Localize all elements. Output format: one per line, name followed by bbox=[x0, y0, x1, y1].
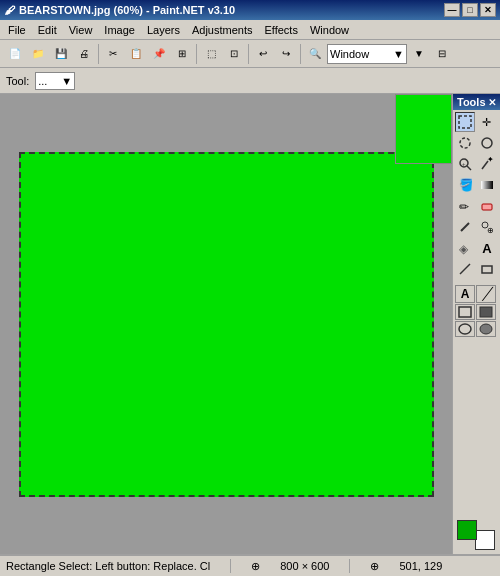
shape-style2-btn[interactable] bbox=[476, 321, 496, 337]
svg-rect-10 bbox=[481, 181, 493, 189]
svg-text:⊕: ⊕ bbox=[487, 226, 494, 234]
svg-text:◈: ◈ bbox=[459, 242, 469, 255]
svg-rect-0 bbox=[459, 116, 471, 128]
maximize-button[interactable]: □ bbox=[462, 3, 478, 17]
tool-options-dropdown[interactable]: ... ▼ bbox=[35, 72, 75, 90]
tool-label: Tool: bbox=[6, 75, 29, 87]
tools-title-label: Tools bbox=[457, 96, 486, 108]
tool-rect-select[interactable] bbox=[455, 112, 475, 132]
close-button[interactable]: ✕ bbox=[480, 3, 496, 17]
bottom-tools: A ╱ bbox=[453, 283, 500, 340]
text-tool-row: A ╱ bbox=[455, 285, 498, 303]
image-thumbnail bbox=[395, 94, 452, 164]
tool-status-text: Rectangle Select: Left button: Replace. … bbox=[6, 560, 210, 572]
tb-sep1 bbox=[98, 44, 99, 64]
svg-text:✛: ✛ bbox=[482, 116, 491, 128]
svg-text:+: + bbox=[462, 161, 466, 167]
tool-text[interactable]: A bbox=[477, 238, 497, 258]
tool-move[interactable]: ✛ bbox=[477, 112, 497, 132]
background-color-swatch[interactable] bbox=[475, 530, 495, 550]
menu-window[interactable]: Window bbox=[304, 22, 355, 38]
main-canvas[interactable] bbox=[19, 152, 434, 497]
cut-button[interactable]: ✂ bbox=[102, 43, 124, 65]
menu-adjustments[interactable]: Adjustments bbox=[186, 22, 259, 38]
svg-rect-21 bbox=[480, 307, 492, 317]
svg-point-23 bbox=[480, 324, 492, 334]
tool-pencil[interactable] bbox=[455, 217, 475, 237]
tool-ellipse-select[interactable] bbox=[477, 133, 497, 153]
shape-filled-btn[interactable] bbox=[476, 304, 496, 320]
tool-options-bar: Tool: ... ▼ bbox=[0, 68, 500, 94]
tool-paintbrush[interactable]: ✏ bbox=[455, 196, 475, 216]
open-button[interactable]: 📁 bbox=[27, 43, 49, 65]
tools-panel: Tools ✕ ✛ + ✦ bbox=[452, 94, 500, 554]
paste-button[interactable]: 📌 bbox=[148, 43, 170, 65]
tool-line[interactable] bbox=[455, 259, 475, 279]
menubar: File Edit View Image Layers Adjustments … bbox=[0, 20, 500, 40]
statusbar: Rectangle Select: Left button: Replace. … bbox=[0, 554, 500, 576]
titlebar-left: 🖌 BEARSTOWN.jpg (60%) - Paint.NET v3.10 bbox=[4, 4, 235, 16]
tool-recolor[interactable]: ◈ bbox=[455, 238, 475, 258]
svg-text:🪣: 🪣 bbox=[459, 178, 472, 192]
color-area bbox=[453, 512, 500, 554]
tools-grid: ✛ + ✦ 🪣 ✏ bbox=[453, 110, 500, 281]
workspace: Tools ✕ ✛ + ✦ bbox=[0, 94, 500, 554]
foreground-color-swatch[interactable] bbox=[457, 520, 477, 540]
canvas-area[interactable] bbox=[0, 94, 452, 554]
tool-gradient[interactable] bbox=[477, 175, 497, 195]
tb-sep3 bbox=[248, 44, 249, 64]
tool-lasso[interactable] bbox=[455, 133, 475, 153]
shape-style-row bbox=[455, 321, 498, 337]
menu-layers[interactable]: Layers bbox=[141, 22, 186, 38]
text-tool-a[interactable]: A bbox=[455, 285, 475, 303]
window-list-button[interactable]: ▼ bbox=[408, 43, 430, 65]
text-tool-italic[interactable]: ╱ bbox=[476, 285, 496, 303]
window-select-value: Window bbox=[330, 48, 369, 60]
new-button[interactable]: 📄 bbox=[4, 43, 26, 65]
tools-panel-title: Tools ✕ bbox=[453, 94, 500, 110]
svg-text:✏: ✏ bbox=[459, 200, 469, 213]
menu-effects[interactable]: Effects bbox=[259, 22, 304, 38]
status-sep2 bbox=[349, 559, 350, 573]
tb-sep4 bbox=[300, 44, 301, 64]
crop-button[interactable]: ⊡ bbox=[223, 43, 245, 65]
undo-button[interactable]: ↩ bbox=[252, 43, 274, 65]
shape-fill-row bbox=[455, 304, 498, 320]
print-button[interactable]: 🖨 bbox=[73, 43, 95, 65]
tb-sep2 bbox=[196, 44, 197, 64]
coords-icon: ⊕ bbox=[370, 560, 379, 573]
shape-outline-btn[interactable] bbox=[455, 304, 475, 320]
menu-file[interactable]: File bbox=[2, 22, 32, 38]
tool-clone-stamp[interactable]: ⊕ bbox=[477, 217, 497, 237]
titlebar: 🖌 BEARSTOWN.jpg (60%) - Paint.NET v3.10 … bbox=[0, 0, 500, 20]
deselect-button[interactable]: ⬚ bbox=[200, 43, 222, 65]
status-sep1 bbox=[230, 559, 231, 573]
window-dropdown-arrow: ▼ bbox=[393, 48, 404, 60]
color-swatches bbox=[457, 520, 495, 550]
tools-close-icon[interactable]: ✕ bbox=[488, 97, 496, 108]
cursor-icon: ⊕ bbox=[251, 560, 260, 573]
tool-zoom[interactable]: + bbox=[455, 154, 475, 174]
canvas-dimensions: 800 × 600 bbox=[280, 560, 329, 572]
app-icon: 🖌 bbox=[4, 4, 15, 16]
minimize-button[interactable]: — bbox=[444, 3, 460, 17]
menu-image[interactable]: Image bbox=[98, 22, 141, 38]
menu-edit[interactable]: Edit bbox=[32, 22, 63, 38]
tool-paint-bucket[interactable]: 🪣 bbox=[455, 175, 475, 195]
canvas-container bbox=[19, 152, 434, 497]
zoom-in-button[interactable]: 🔍 bbox=[304, 43, 326, 65]
save-button[interactable]: 💾 bbox=[50, 43, 72, 65]
svg-point-2 bbox=[460, 138, 470, 148]
tool-eraser[interactable] bbox=[477, 196, 497, 216]
window-select[interactable]: Window ▼ bbox=[327, 44, 407, 64]
copy-button[interactable]: 📋 bbox=[125, 43, 147, 65]
paste-new-button[interactable]: ⊞ bbox=[171, 43, 193, 65]
tool-magic-wand[interactable]: ✦ bbox=[477, 154, 497, 174]
tool-options-arrow: ▼ bbox=[61, 75, 72, 87]
window-action-button[interactable]: ⊟ bbox=[431, 43, 453, 65]
menu-view[interactable]: View bbox=[63, 22, 99, 38]
shape-style1-btn[interactable] bbox=[455, 321, 475, 337]
tool-shapes[interactable] bbox=[477, 259, 497, 279]
window-title: BEARSTOWN.jpg (60%) - Paint.NET v3.10 bbox=[19, 4, 235, 16]
redo-button[interactable]: ↪ bbox=[275, 43, 297, 65]
